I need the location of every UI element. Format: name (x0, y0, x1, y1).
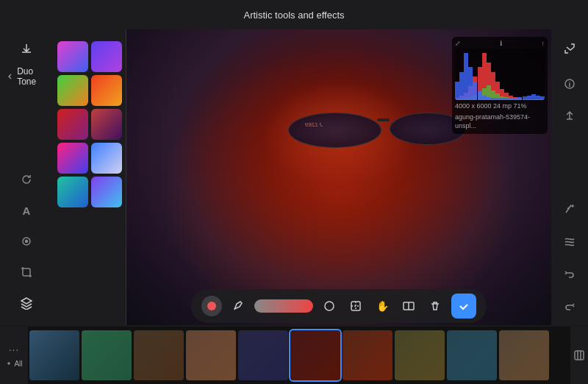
film-thumb-7[interactable] (343, 330, 392, 380)
share-button[interactable] (556, 103, 583, 129)
target-icon-btn[interactable] (13, 228, 40, 255)
gradient-swatch-9[interactable] (57, 177, 88, 207)
left-panel: Duo Tone A (0, 29, 53, 325)
crop-icon-btn[interactable] (13, 259, 40, 285)
right-panel (551, 29, 588, 325)
circle-tool-button[interactable] (319, 296, 340, 316)
film-thumb-4[interactable] (186, 330, 236, 380)
film-thumb-5[interactable] (238, 330, 288, 380)
hand-tool-button[interactable]: ✋ (372, 296, 392, 316)
gradient-swatch-3[interactable] (57, 75, 88, 106)
magic-wand-button[interactable] (556, 196, 583, 222)
text-icon-btn[interactable]: A (13, 197, 40, 224)
gradient-swatch-8[interactable] (91, 143, 122, 174)
svg-point-4 (325, 302, 334, 310)
film-thumb-10[interactable] (499, 330, 549, 380)
histogram-info-line2: agung-pratamah-539574-unspl... (455, 113, 545, 131)
histogram-info-line1: 4000 x 6000 24 mp 71% (455, 102, 545, 111)
toolbar-pill: ✋ (191, 289, 487, 323)
pen-tool-button[interactable] (228, 296, 248, 316)
color-gradient-bar[interactable] (254, 299, 313, 313)
filmstrip-right[interactable] (570, 327, 588, 384)
duo-tone-back-label: Duo Tone (17, 66, 47, 87)
film-thumb-6[interactable] (290, 330, 340, 380)
gradient-grid (57, 41, 121, 207)
duo-tone-panel (53, 29, 126, 325)
info-button[interactable] (556, 71, 583, 97)
filmstrip-all-button[interactable]: All (5, 360, 22, 368)
film-thumb-1[interactable] (29, 330, 79, 380)
brush-strokes-button[interactable] (556, 228, 583, 255)
left-tool-icons: A (13, 166, 40, 316)
filmstrip-all-label: All (14, 360, 22, 368)
gradient-swatch-1[interactable] (57, 41, 88, 72)
film-thumb-8[interactable] (395, 330, 445, 380)
page-title: Artistic tools and effects (243, 10, 344, 21)
gradient-swatch-5[interactable] (57, 109, 88, 140)
svg-point-3 (572, 205, 573, 207)
gradient-swatch-4[interactable] (91, 75, 122, 106)
download-button[interactable] (13, 35, 40, 62)
film-thumb-2[interactable] (82, 330, 132, 380)
layers-icon-btn[interactable] (13, 290, 40, 316)
title-bar: Artistic tools and effects (0, 0, 588, 29)
gradient-swatch-7[interactable] (57, 143, 88, 174)
filmstrip-left: ··· All (0, 327, 28, 384)
redo-button[interactable] (556, 293, 583, 319)
gradient-swatch-10[interactable] (91, 177, 122, 207)
expand-button[interactable] (556, 35, 583, 62)
filmstrip: ··· All (0, 327, 588, 384)
film-thumb-3[interactable] (134, 330, 184, 380)
back-button[interactable]: Duo Tone (6, 66, 47, 87)
delete-tool-button[interactable] (425, 296, 445, 316)
bottom-toolbar: ✋ (126, 287, 551, 325)
confirm-button[interactable] (451, 294, 476, 319)
filmstrip-thumbs (29, 330, 549, 380)
rotate-icon-btn[interactable] (13, 166, 40, 193)
svg-point-1 (26, 241, 28, 243)
mask-tool-button[interactable] (345, 296, 366, 316)
film-thumb-9[interactable] (447, 330, 497, 380)
compare-tool-button[interactable] (398, 296, 419, 316)
gradient-swatch-2[interactable] (91, 41, 122, 72)
brush-color-button[interactable] (201, 296, 222, 316)
histogram-panel: ⤢ ℹ ↑ 4000 x 6000 24 mp 71% agung-pratam… (452, 37, 548, 134)
gradient-swatch-6[interactable] (91, 109, 122, 140)
undo-button[interactable] (556, 260, 583, 287)
histogram-header-icons: ⤢ ℹ ↑ (455, 40, 545, 47)
svg-rect-7 (575, 351, 584, 360)
filmstrip-more-button[interactable]: ··· (9, 344, 20, 355)
histogram-canvas (455, 49, 545, 100)
